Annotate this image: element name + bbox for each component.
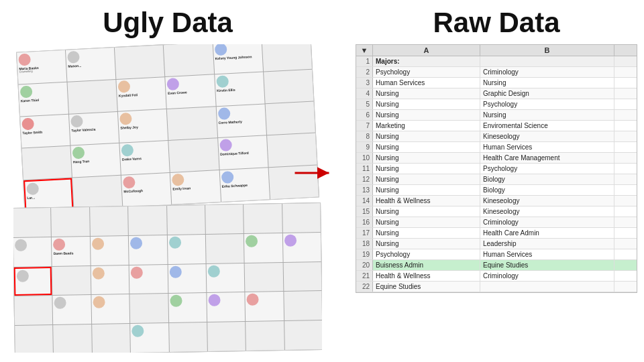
avatar: [284, 234, 296, 246]
col-b-cell: Criminology: [480, 217, 614, 227]
grid-cell: [91, 265, 129, 295]
cell-name: Evan Crowe: [168, 90, 187, 95]
cell-name: Corre Matherly: [218, 119, 242, 125]
col-b-cell: Graphic Design: [480, 88, 614, 99]
table-row: 13NursingBiology: [356, 185, 637, 196]
col-a-cell: Marketing: [373, 121, 480, 131]
cell-name: Taylor Valencia: [71, 127, 95, 132]
table-row: 9NursingHuman Services: [356, 142, 637, 153]
cell-name: Karen Thiel: [21, 98, 40, 103]
grid-cell: [262, 44, 312, 71]
col-a-cell: Human Services: [373, 78, 480, 88]
col-a-cell: Nursing: [373, 206, 480, 217]
grid-cell: [52, 266, 91, 296]
grid-cell: [246, 292, 284, 321]
table-row: 3Human ServicesNursing: [356, 78, 637, 88]
grid-cell: [245, 263, 283, 292]
grid-cell: [168, 264, 206, 294]
avatar: [17, 269, 29, 282]
avatar: [208, 294, 220, 306]
grid-cell: [91, 294, 129, 324]
cell-name: Kyndall Foli: [119, 93, 138, 97]
avatar: [53, 238, 65, 250]
grid-cell: [207, 292, 245, 322]
avatar: [92, 267, 104, 279]
ugly-data-title: Ugly Data: [103, 7, 233, 39]
grid-cell: [129, 265, 168, 294]
grid-cell: [244, 233, 282, 263]
cell-name: Dawn Beads: [54, 251, 74, 255]
row-number: 8: [356, 131, 373, 141]
grid-cell: Dawn Beads: [52, 237, 90, 266]
col-b-cell: Kineseology: [480, 196, 614, 206]
avatar: [131, 325, 144, 337]
col-b-cell: Leadership: [480, 239, 614, 249]
grid-cell: Maria BanksCounseling: [17, 50, 67, 84]
col-b-cell: Health Care Management: [480, 153, 614, 163]
grid-cell: McCullough: [121, 173, 172, 207]
grid-cell: [284, 320, 322, 350]
avatar: [247, 294, 259, 306]
col-a-cell: Equine Studies: [373, 282, 480, 292]
col-b-cell: Kineseology: [480, 206, 614, 217]
col-b-cell: Psychology: [480, 164, 614, 174]
grid-cell: [115, 45, 165, 79]
grid-cell: [169, 322, 207, 352]
avatar: [20, 85, 33, 98]
grid-cell: [72, 176, 123, 210]
avatar: [130, 237, 142, 249]
grid-cell: [92, 324, 130, 353]
arrow-container: [294, 163, 334, 186]
table-row: 5NursingPsychology: [356, 99, 637, 110]
avatar: [168, 236, 180, 248]
row-number: 18: [356, 239, 373, 249]
avatar: [217, 107, 230, 120]
row-number: 10: [356, 153, 373, 163]
col-b-cell: Criminology: [480, 67, 614, 77]
table-row: 15NursingKineseology: [356, 206, 637, 217]
table-row: 18NursingLeadership: [356, 239, 637, 249]
table-row: 17NursingHealth Care Admin: [356, 228, 637, 239]
grid-cell: [205, 204, 244, 234]
avatar: [92, 237, 104, 249]
col-b-cell: [480, 56, 614, 66]
avatar: [21, 117, 34, 130]
row-number: 1: [356, 56, 373, 66]
arrow-icon: [294, 163, 334, 183]
top-grid: Maria BanksCounselingMason...Kelsey Youn…: [16, 44, 319, 213]
grid-cell: Kelsey Young Johnson: [213, 44, 263, 74]
row-number: 11: [356, 164, 373, 174]
table-row: 10NursingHealth Care Management: [356, 153, 637, 164]
table-row: 16NursingCriminology: [356, 217, 637, 228]
col-a-cell: Nursing: [373, 185, 480, 195]
col-a-cell: Nursing: [373, 164, 480, 174]
cell-name: Hang Tran: [73, 160, 90, 164]
grid-cell: [207, 322, 246, 351]
avatar: [246, 235, 258, 247]
row-number: 17: [356, 228, 373, 238]
grid-cell: [53, 295, 91, 324]
grid-cell: [284, 291, 322, 320]
cell-name: Erika Schwappe: [221, 183, 248, 188]
grid-cell: Mason...: [66, 48, 116, 82]
cell-name: Drake Varns: [122, 157, 142, 162]
col-b-cell: Kineseology: [480, 131, 614, 141]
avatar: [70, 115, 83, 127]
table-row: 8NursingKineseology: [356, 131, 637, 142]
avatar: [169, 265, 181, 278]
col-b-cell: Nursing: [480, 78, 614, 88]
grid-cell: Shelby Joy: [118, 109, 168, 143]
cell-name: Taylor Smith: [22, 129, 42, 135]
cell-name: Shelby Joy: [120, 125, 138, 129]
row-number: 20: [356, 260, 373, 270]
spreadsheet: ▼ A B 1Majors:2PsychologyCriminology3Hum…: [356, 44, 637, 293]
col-a-cell: Nursing: [373, 110, 480, 120]
col-a-cell: Psychology: [373, 249, 480, 259]
grid-cell: [13, 208, 51, 237]
col-a-cell: Nursing: [373, 88, 480, 99]
col-b-cell: Nursing: [480, 110, 614, 120]
grid-cell: Taylor Smith: [20, 114, 70, 148]
cell-name: Dominique Tilford: [220, 151, 249, 156]
grid-cell: Dominique Tilford: [218, 136, 268, 170]
col-a-cell: Nursing: [373, 153, 480, 163]
